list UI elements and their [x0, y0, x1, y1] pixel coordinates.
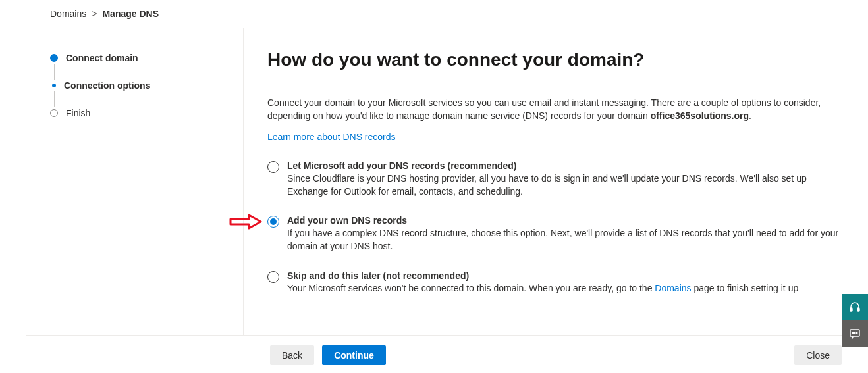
step-connection-options[interactable]: Connection options	[50, 80, 243, 91]
option-desc: If you have a complex DNS record structu…	[287, 227, 848, 253]
red-arrow-icon	[229, 214, 262, 230]
chat-icon	[849, 328, 861, 339]
svg-point-3	[852, 332, 854, 334]
main-panel: How do you want to connect your domain? …	[244, 28, 868, 336]
step-finish[interactable]: Finish	[50, 107, 243, 119]
option-desc: Your Microsoft services won't be connect…	[287, 282, 848, 295]
svg-rect-0	[850, 308, 852, 311]
step-label: Connection options	[64, 80, 150, 91]
page-heading: How do you want to connect your domain?	[267, 49, 848, 70]
option-let-microsoft-add[interactable]: Let Microsoft add your DNS records (reco…	[267, 161, 848, 198]
svg-rect-1	[857, 308, 859, 311]
headset-icon	[849, 301, 861, 313]
help-button[interactable]	[842, 294, 868, 320]
breadcrumb-current: Manage DNS	[102, 9, 159, 19]
option-title: Add your own DNS records	[287, 215, 848, 226]
option-add-your-own[interactable]: Add your own DNS records If you have a c…	[267, 215, 848, 253]
continue-button[interactable]: Continue	[322, 345, 386, 365]
step-connector	[54, 91, 55, 107]
radio-button[interactable]	[267, 216, 279, 228]
options-group: Let Microsoft add your DNS records (reco…	[267, 161, 848, 295]
footer-bar: Back Continue Close	[26, 335, 842, 373]
step-dot-active-icon	[50, 54, 58, 62]
step-dot-pending-icon	[50, 109, 58, 117]
intro-text: Connect your domain to your Microsoft se…	[267, 97, 848, 122]
option-skip-later[interactable]: Skip and do this later (not recommended)…	[267, 270, 848, 295]
step-connector	[54, 64, 55, 80]
side-action-buttons	[842, 294, 868, 347]
breadcrumb-parent[interactable]: Domains	[50, 9, 86, 19]
intro-suffix: .	[749, 111, 751, 121]
feedback-button[interactable]	[842, 320, 868, 347]
chevron-right-icon: >	[92, 9, 97, 19]
radio-button[interactable]	[267, 161, 279, 173]
option-desc: Since Cloudflare is your DNS hosting pro…	[287, 172, 848, 198]
back-button[interactable]: Back	[270, 345, 314, 365]
domains-link[interactable]: Domains	[655, 283, 691, 293]
step-label: Finish	[66, 108, 90, 118]
svg-point-5	[856, 332, 857, 334]
svg-point-4	[854, 332, 855, 334]
close-button[interactable]: Close	[794, 345, 842, 365]
content: Connect domain Connection options Finish…	[0, 28, 868, 336]
option-title: Let Microsoft add your DNS records (reco…	[287, 161, 848, 171]
step-connect-domain[interactable]: Connect domain	[50, 52, 243, 64]
wizard-steps-sidebar: Connect domain Connection options Finish	[0, 28, 244, 336]
intro-domain: office365solutions.org	[651, 111, 749, 121]
radio-button[interactable]	[267, 271, 279, 283]
option-desc-suffix: page to finish setting it up	[692, 283, 799, 293]
option-title: Skip and do this later (not recommended)	[287, 270, 848, 281]
step-label: Connect domain	[66, 53, 138, 63]
step-dot-sub-icon	[52, 84, 56, 87]
option-desc-prefix: Your Microsoft services won't be connect…	[287, 283, 655, 293]
learn-more-link[interactable]: Learn more about DNS records	[267, 132, 396, 142]
breadcrumb: Domains > Manage DNS	[0, 0, 868, 28]
